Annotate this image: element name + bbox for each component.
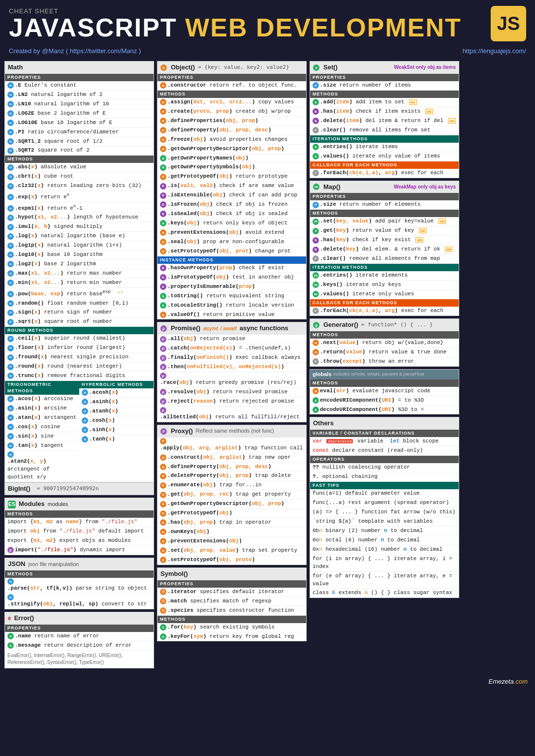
others-card: Others VARIABLE / CONSTANT DECLARATIONS … [310,417,459,598]
proxy-getownpropdesc: o.getOwnPropertyDescriptor(obj, prop) [157,500,306,509]
math-sqrt2: n.SQRT2 square root of 2 [5,146,154,156]
math-trunc: n.trunc(x) remove fractional digits [5,372,154,381]
others-const: const declare constant (read-only) [310,446,459,456]
others-var-header: VARIABLE / CONSTANT DECLARATIONS [310,430,459,437]
json-methods-header: METHODS [5,570,154,578]
map-foreach: ✓.forEach(cb(e,i,a), arg) exec for each [310,307,459,315]
promise-then: p.then(onFulfilled(v), onRejected(s)) [157,363,306,372]
tip-octal: 0on octal (8) number n to decimal [310,536,459,545]
object-card: o Object() = {key: value, key2: value2} … [157,61,307,319]
math-tan: n.tan(x) tangent [5,441,79,451]
globals-encode: sencodeURIComponent(URI) = to %3D [310,396,459,406]
math-hypot: n.hypot(x1, x2...) length of hypotenuse [5,213,154,222]
tip-rest: func(...a) rest argument (spread operato… [310,499,459,508]
map-props-header: PROPERTIES [310,193,459,200]
math-log10e: n.LOG10E base 10 logarithm of E [5,119,154,128]
proxy-title: p Proxy() Reflect same methods (not func… [157,425,306,438]
set-add: s.add(item) add item to set ws [310,98,459,107]
math-sinh: n.sinh(x) [79,426,154,435]
math-round: n.round(x) round (nearest integer) [5,362,154,372]
object-methods-header: METHODS [157,91,306,98]
math-atan2: n.atan2(x, y) arctangent of quotient x/y [5,451,79,482]
set-methods-header: METHODS [310,91,459,98]
obj-create: o.create(proto, prop) create obj w/prop [157,107,306,117]
object-instance-header: INSTANCE METHODS [157,256,306,264]
error-subtypes: EvalError(), InternalError(), RangeError… [5,651,154,668]
map-delete: b.delete(key) del elem. & return if ok w… [310,245,459,254]
map-clear: ✓.clear() remove all elements from map [310,254,459,264]
math-cosh: n.cosh(x) [79,416,154,426]
map-entries: m.entries() iterate elements [310,271,459,281]
obj-valueof: o.valueOf() return primitive value [157,311,306,319]
obj-tostring: s.toString() return equivalent string [157,292,306,301]
others-fasttips-header: FAST TIPS [310,482,459,489]
obj-keys: a.keys(obj) return only keys of object [157,219,306,228]
proxy-getprototypeof: o.getPrototypeOf(obj) [157,509,306,518]
math-log2e: n.LOG2E base 2 logarithm of E [5,109,154,119]
math-sqrt: n.sqrt(x) square root of number [5,317,154,327]
error-card: e Error() PROPERTIES s.name return name … [4,612,154,668]
promise-all: p.all(obj) return promise [157,335,306,344]
others-nullish: ?? nullish coalescing operator [310,463,459,472]
obj-isprototypeof: b.isPrototypeOf(obj) test in another obj [157,273,306,283]
math-clz32: n.clz32(x) return leading zero bits (32) [5,182,154,191]
math-asinh: n.asinh(x) [79,398,154,407]
object-props-header: PROPERTIES [157,74,306,81]
math-title: Math [5,62,154,74]
math-cbrt: n.cbrt(x) cube root [5,172,154,182]
footer: Emezeta.com [0,675,535,688]
math-pi: n.PI ratio circumference/diameter [5,128,154,137]
set-foreach: ✓.forEach(cb(e,i,a), arg) exec for each [310,169,459,178]
symbol-keyfor: s.keyFor(sym) return key from global reg [157,632,306,641]
proxy-set: o.set(obj, prop, value) trap set propert… [157,546,306,556]
promise-catch: p.catch(onRejected(s)) = .then(undef,s) [157,344,306,353]
math-log2: n.log2(x) base 2 logarithm [5,260,154,269]
error-properties-header: PROPERTIES [5,625,154,632]
promise-allsettled: p.allSettled(obj) return all fullfill/re… [157,407,306,422]
math-methods-header: METHODS [5,156,154,163]
obj-seal: o.seal(obj) prop are non-configurable [157,238,306,247]
others-optional: ?. optional chaining [310,472,459,482]
math-card: Math PROPERTIES n.E Euler's constant n.L… [4,61,154,482]
map-get: s.get(key) return value of key wm [310,226,459,236]
math-acos: n.acos(x) arccosine [5,395,79,404]
brand: Emezeta.com [489,678,528,685]
set-card: s Set() WeakSet only obj as items PROPER… [310,61,459,178]
obj-getownpropnames: a.getOwnPropertyNames(obj) [157,154,306,163]
trig-header: TRIGONOMETRIC METHODS [5,381,79,395]
math-atanh: n.atanh(x) [79,407,154,416]
math-imul: n.imul(a, b) signed multiply [5,222,154,232]
map-cb-header: CALLBACK FOR EACH METHODS [310,299,459,307]
globals-decode: sdecodeURIComponent(URI) %3D to = [310,406,459,414]
math-abs: n.abs(x) absolute value [5,163,154,172]
set-size: n.size return number of items [310,81,459,91]
proxy-ownkeys: o.ownKeys(obj) [157,528,306,537]
math-fround: n.fround(x) nearest single precision [5,353,154,362]
math-cos: n.cos(x) cosine [5,423,79,432]
obj-issealed: b.isSealed(obj) check if obj is sealed [157,210,306,219]
symbol-methods-header: METHODS [157,616,306,623]
obj-propisenum: b.propertyIsEnumerable(prop) [157,283,306,292]
created-by: Created by @Manz ( https://twitter.com/M… [9,47,141,55]
content-grid: Math PROPERTIES n.E Euler's constant n.L… [0,60,535,675]
generator-card: g Generator() = function* () { ... } MET… [310,318,459,367]
column-3: s Set() WeakSet only obj as items PROPER… [308,60,461,672]
promise-resolve: p.resolve(obj) return resolved promise [157,388,306,397]
promise-finally: p.finally(onFinish()) exec callback alwa… [157,353,306,363]
error-name: s.name return name of error [5,632,154,641]
tip-arrow: (a) => { ... } function fat arrow (w/o t… [310,508,459,517]
map-values: m.values() iterate only values [310,290,459,299]
set-cb-header: CALLBACK FOR EACH METHODS [310,161,459,169]
bigint-card: BigInt() = 9007199254740992n [4,482,154,496]
es-methods-header: METHODS [5,510,154,518]
math-log10: n.log10(x) base 10 logarithm [5,251,154,260]
round-methods-header: ROUND METHODS [5,327,154,334]
math-pow: n.pow(base, exp) return baseexp ** [5,288,154,299]
obj-getownpropsymbols: a.getOwnPropertySymbols(obj) [157,163,306,172]
obj-isfrozen: b.isFrozen(obj) check if obj is frozen [157,200,306,210]
proxy-defineprop: o.defineProperty(obj, prop, desc) [157,463,306,472]
header-left: CHEAT SHEET JAVASCRIPT WEB DEVELOPMENT [9,7,462,40]
json-title: JSON json file manipulation [5,558,154,570]
others-operators-header: OPERATORS [310,456,459,463]
map-keys: m.keys() iterate only keys [310,281,459,290]
